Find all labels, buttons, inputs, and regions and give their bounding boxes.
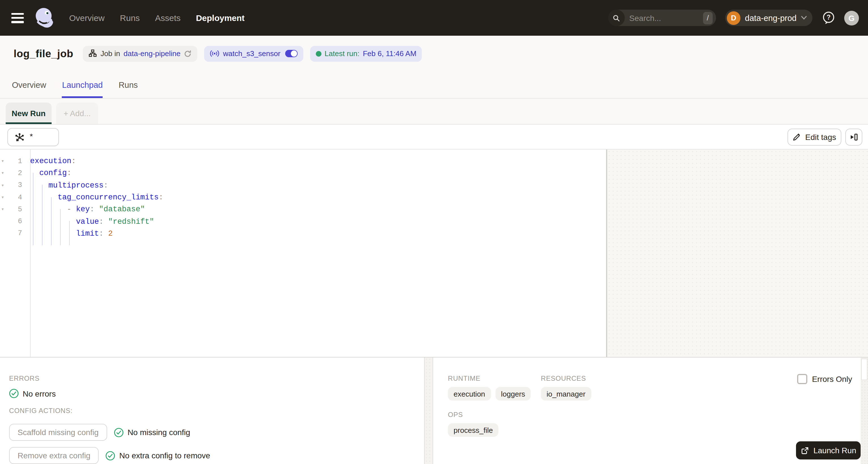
line-number: 7 [7, 230, 26, 238]
tab-overview[interactable]: Overview [12, 71, 46, 98]
tab-launchpad-label: Launchpad [62, 80, 103, 89]
tab-overview-label: Overview [12, 80, 46, 89]
errors-panel: ERRORS No errors CONFIG ACTIONS: Scaffol… [0, 358, 424, 464]
search-placeholder: Search... [629, 13, 703, 22]
check-circle-icon [114, 427, 124, 437]
ops-tags: process_file [448, 423, 499, 437]
config-actions-heading: CONFIG ACTIONS: [9, 407, 72, 415]
code-line: 7 limit: 2 [0, 228, 606, 240]
nav-assets[interactable]: Assets [155, 13, 181, 23]
svg-text:?: ? [826, 13, 830, 21]
nav-runs[interactable]: Runs [120, 13, 140, 23]
deployment-avatar: D [727, 11, 740, 25]
nav-deployment[interactable]: Deployment [196, 13, 245, 23]
tab-new-run[interactable]: New Run [6, 103, 52, 124]
sensor-tag: watch_s3_sensor [205, 45, 303, 62]
top-navigation-bar: Overview Runs Assets Deployment Search..… [0, 0, 868, 36]
runtime-tag-execution[interactable]: execution [448, 387, 491, 401]
tab-add-config[interactable]: + Add... [56, 103, 98, 124]
active-tab-underline [62, 96, 103, 98]
bottom-panels: ERRORS No errors CONFIG ACTIONS: Scaffol… [0, 357, 868, 464]
nav-overview[interactable]: Overview [69, 13, 104, 23]
remove-status: No extra config to remove [106, 451, 210, 460]
no-errors-label: No errors [23, 389, 56, 398]
latest-run-link[interactable]: Feb 6, 11:46 AM [363, 49, 416, 58]
latest-run-tag: Latest run: Feb 6, 11:46 AM [310, 45, 422, 62]
scaffold-status-label: No missing config [128, 428, 190, 437]
code-text: tag_concurrency_limits: [26, 193, 163, 202]
tab-launchpad[interactable]: Launchpad [62, 71, 103, 98]
chevron-down-icon [801, 16, 807, 20]
fold-caret[interactable]: ▾ [0, 170, 7, 176]
code-text: execution: [26, 157, 76, 165]
no-errors-status: No errors [9, 389, 56, 398]
code-text: multiprocess: [26, 181, 108, 190]
resources-heading: RESOURCES [541, 374, 586, 383]
job-title-bar: log_file_job Job in data-eng-pipeline [0, 36, 868, 71]
scrollbar-thumb[interactable] [861, 359, 867, 380]
tab-add-label: + Add... [63, 109, 91, 118]
help-button[interactable]: ? [822, 11, 835, 25]
job-in-label: Job in [100, 49, 120, 58]
sensor-link[interactable]: watch_s3_sensor [223, 49, 280, 58]
op-graph-icon [15, 132, 24, 142]
edit-tags-button[interactable]: Edit tags [787, 129, 841, 145]
runtime-tag-loggers[interactable]: loggers [495, 387, 531, 401]
sensor-toggle[interactable] [285, 50, 298, 57]
errors-only-control: Errors Only [797, 374, 852, 384]
launch-icon [800, 446, 809, 455]
remove-status-label: No extra config to remove [119, 451, 210, 460]
check-circle-icon [106, 451, 115, 460]
check-circle-icon [9, 389, 19, 398]
launchpad-config-tabs: New Run + Add... [0, 99, 868, 125]
line-number: 2 [7, 169, 26, 177]
fold-caret[interactable]: ▾ [0, 182, 7, 188]
errors-only-checkbox[interactable] [797, 374, 807, 384]
toggle-knob [290, 51, 297, 57]
tab-new-run-label: New Run [11, 109, 45, 118]
launch-run-label: Launch Run [813, 446, 856, 455]
resources-tag-io-manager[interactable]: io_manager [541, 387, 591, 401]
fold-caret[interactable]: ▾ [0, 194, 7, 201]
header-right-cluster: Search... / D data-eng-prod ? G [608, 10, 859, 26]
remove-action-row: Remove extra config No extra config to r… [9, 447, 210, 464]
line-number: 3 [7, 181, 26, 189]
code-line: 6 value: "redshift" [0, 216, 606, 228]
op-selector-value: * [29, 133, 34, 142]
launch-run-button[interactable]: Launch Run [796, 441, 861, 460]
runtime-tags: execution loggers [448, 387, 531, 401]
hamburger-menu-icon[interactable] [11, 13, 24, 23]
fold-caret[interactable]: ▾ [0, 158, 7, 164]
user-avatar[interactable]: G [844, 10, 859, 25]
reload-icon[interactable] [184, 49, 192, 58]
errors-only-label: Errors Only [812, 374, 852, 384]
code-line: ▾ 4 tag_concurrency_limits: [0, 192, 606, 204]
tab-runs[interactable]: Runs [119, 71, 138, 98]
dagster-octopus-icon [32, 5, 55, 28]
code-lines: ▾ 1 execution: ▾ 2 config: ▾ 3 multiproc… [0, 150, 606, 240]
config-schema-panel [607, 150, 868, 357]
open-right-panel-button[interactable] [845, 129, 862, 145]
run-status-dot [315, 51, 321, 56]
new-run-tab-underline [6, 122, 52, 124]
page-title: log_file_job [13, 47, 73, 60]
ops-tag-process-file[interactable]: process_file [448, 423, 499, 437]
deployment-switcher[interactable]: D data-eng-prod [725, 10, 812, 26]
indent-guide [69, 221, 70, 245]
expand-panel-icon [849, 133, 858, 142]
dagster-logo[interactable] [32, 5, 55, 30]
bottom-panel-gutter [424, 358, 433, 464]
yaml-config-editor[interactable]: ▾ 1 execution: ▾ 2 config: ▾ 3 multiproc… [0, 150, 606, 357]
scaffold-missing-config-button[interactable]: Scaffold missing config [9, 424, 107, 441]
panel-scrollbar[interactable] [861, 358, 868, 464]
op-selector-input[interactable]: * [7, 128, 59, 146]
line-number: 6 [7, 218, 26, 226]
sensor-icon [210, 50, 220, 57]
deployment-name: data-eng-prod [745, 13, 797, 22]
remove-extra-config-button[interactable]: Remove extra config [9, 447, 99, 464]
code-text: value: "redshift" [26, 217, 154, 226]
repo-link[interactable]: data-eng-pipeline [124, 49, 181, 58]
indent-guide [33, 173, 33, 245]
fold-caret[interactable]: ▾ [0, 206, 7, 213]
search-input[interactable]: Search... / [608, 10, 716, 26]
